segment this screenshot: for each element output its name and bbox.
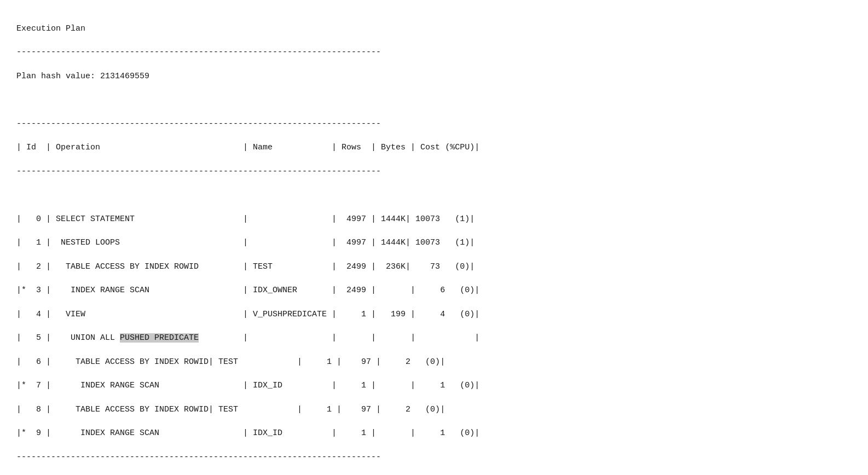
row-6: | 6 | TABLE ACCESS BY INDEX ROWID| TEST … bbox=[16, 356, 852, 368]
separator-short: ----------------------------------------… bbox=[16, 118, 852, 130]
table-blank bbox=[16, 189, 852, 201]
header-separator: ----------------------------------------… bbox=[16, 166, 852, 178]
row-2: | 2 | TABLE ACCESS BY INDEX ROWID | TEST… bbox=[16, 261, 852, 273]
separator-long: ----------------------------------------… bbox=[16, 47, 852, 59]
row-1: | 1 | NESTED LOOPS | | 4997 | 1444K| 100… bbox=[16, 237, 852, 249]
row-7: |* 7 | INDEX RANGE SCAN | IDX_ID | 1 | |… bbox=[16, 380, 852, 392]
row-5: | 5 | UNION ALL PUSHED PREDICATE | | | |… bbox=[16, 332, 852, 344]
row-8: | 8 | TABLE ACCESS BY INDEX ROWID| TEST … bbox=[16, 404, 852, 416]
title: Execution Plan bbox=[16, 23, 852, 35]
row-4: | 4 | VIEW | V_PUSHPREDICATE | 1 | 199 |… bbox=[16, 309, 852, 321]
row-9: |* 9 | INDEX RANGE SCAN | IDX_ID | 1 | |… bbox=[16, 427, 852, 439]
execution-plan: Execution Plan -------------------------… bbox=[16, 11, 852, 475]
footer-separator: ----------------------------------------… bbox=[16, 451, 852, 464]
blank-line bbox=[16, 94, 852, 106]
table-header: | Id | Operation | Name | Rows | Bytes |… bbox=[16, 142, 852, 154]
row-0: | 0 | SELECT STATEMENT | | 4997 | 1444K|… bbox=[16, 213, 852, 225]
plan-hash: Plan hash value: 2131469559 bbox=[16, 71, 852, 83]
row-3: |* 3 | INDEX RANGE SCAN | IDX_OWNER | 24… bbox=[16, 285, 852, 297]
pushed-predicate-highlight: PUSHED PREDICATE bbox=[120, 333, 199, 343]
